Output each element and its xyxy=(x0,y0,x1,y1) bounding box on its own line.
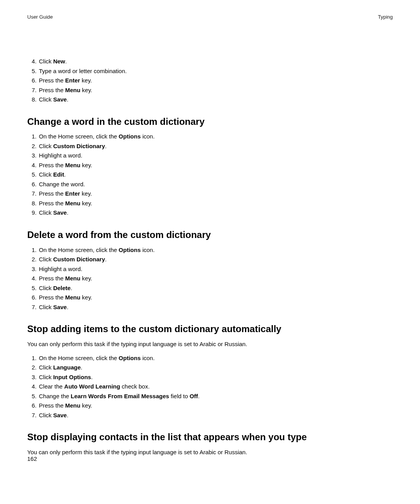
stop-add-steps: On the Home screen, click the Options ic… xyxy=(27,354,393,420)
step: Click Delete. xyxy=(27,284,393,293)
step: On the Home screen, click the Options ic… xyxy=(27,132,393,141)
step: Press the Menu key. xyxy=(27,199,393,208)
step: On the Home screen, click the Options ic… xyxy=(27,354,393,363)
change-word-steps: On the Home screen, click the Options ic… xyxy=(27,132,393,217)
note-stop-add: You can only perform this task if the ty… xyxy=(27,340,393,348)
delete-word-steps: On the Home screen, click the Options ic… xyxy=(27,246,393,312)
header-right: Typing xyxy=(378,14,393,20)
page-content: Click New. Type a word or letter combina… xyxy=(27,57,393,457)
step: Clear the Auto Word Learning check box. xyxy=(27,382,393,391)
step: Press the Menu key. xyxy=(27,274,393,283)
step: Press the Enter key. xyxy=(27,189,393,198)
page: User Guide Typing Click New. Type a word… xyxy=(0,0,420,504)
step: Press the Menu key. xyxy=(27,86,393,95)
step: Type a word or letter combination. xyxy=(27,67,393,76)
step: Click Input Options. xyxy=(27,373,393,382)
page-number: 162 xyxy=(27,455,37,462)
step: Highlight a word. xyxy=(27,265,393,274)
step: Click New. xyxy=(27,57,393,66)
step: Click Save. xyxy=(27,208,393,217)
step: Press the Enter key. xyxy=(27,76,393,85)
heading-stop-contacts: Stop displaying contacts in the list tha… xyxy=(27,430,393,444)
intro-steps: Click New. Type a word or letter combina… xyxy=(27,57,393,104)
step: Change the word. xyxy=(27,180,393,189)
step: Highlight a word. xyxy=(27,151,393,160)
heading-change-word: Change a word in the custom dictionary xyxy=(27,115,393,129)
step: Click Save. xyxy=(27,95,393,104)
step: Click Language. xyxy=(27,363,393,372)
step: Press the Menu key. xyxy=(27,293,393,302)
step: Press the Menu key. xyxy=(27,161,393,170)
note-stop-contacts: You can only perform this task if the ty… xyxy=(27,448,393,457)
header-left: User Guide xyxy=(27,14,53,20)
step: Click Custom Dictionary. xyxy=(27,255,393,264)
step: Click Custom Dictionary. xyxy=(27,142,393,151)
step: Click Save. xyxy=(27,303,393,312)
heading-delete-word: Delete a word from the custom dictionary xyxy=(27,228,393,242)
step: Click Save. xyxy=(27,411,393,420)
step: On the Home screen, click the Options ic… xyxy=(27,246,393,255)
step: Click Edit. xyxy=(27,170,393,179)
step: Change the Learn Words From Email Messag… xyxy=(27,392,393,401)
heading-stop-add: Stop adding items to the custom dictiona… xyxy=(27,322,393,336)
step: Press the Menu key. xyxy=(27,401,393,410)
page-header: User Guide Typing xyxy=(27,14,393,20)
